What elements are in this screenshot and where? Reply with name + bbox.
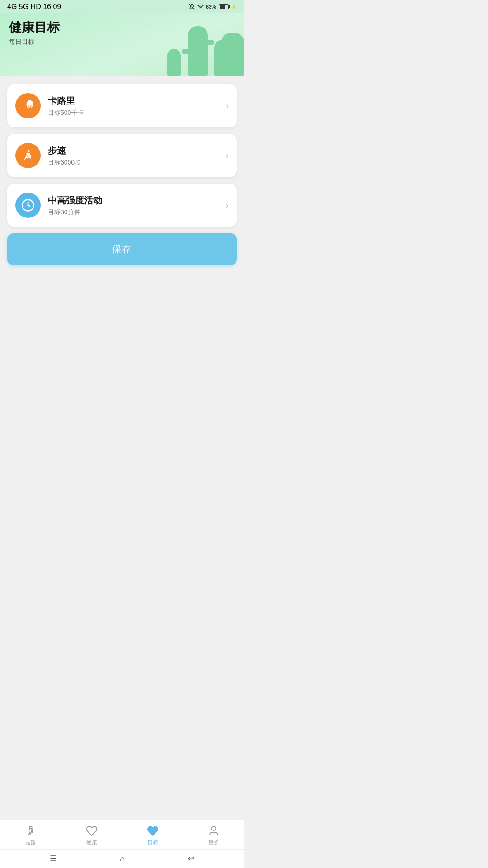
calories-text: 卡路里 目标500千卡 (48, 95, 219, 117)
activity-name: 中高强度活动 (48, 194, 219, 207)
flame-icon (22, 99, 34, 112)
steps-chevron: › (226, 151, 229, 160)
calories-chevron: › (226, 101, 229, 111)
deco-cactus-3 (167, 49, 181, 76)
save-button[interactable]: 保存 (7, 233, 237, 265)
svg-line-0 (189, 4, 195, 10)
steps-name: 步速 (48, 145, 219, 157)
decoration (145, 22, 244, 76)
deco-cactus-2 (188, 26, 208, 76)
steps-text: 步速 目标6000步 (48, 145, 219, 167)
steps-icon-bg (15, 143, 41, 168)
calories-target: 目标500千卡 (48, 109, 219, 117)
calories-name: 卡路里 (48, 95, 219, 107)
activity-card[interactable]: 中高强度活动 目标30分钟 › (7, 184, 237, 227)
steps-target: 目标6000步 (48, 159, 219, 167)
status-bar: 4G 5G HD 16:09 63% ⚡ (0, 0, 244, 13)
activity-icon-bg (15, 193, 41, 218)
calories-icon-bg (15, 93, 41, 118)
header-section: 健康目标 每日目标 (0, 13, 244, 76)
activity-target: 目标30分钟 (48, 208, 219, 217)
wifi-icon (197, 4, 204, 10)
calories-card[interactable]: 卡路里 目标500千卡 › (7, 84, 237, 127)
bell-mute-icon (189, 4, 195, 10)
run-icon (21, 149, 35, 162)
activity-chevron: › (226, 201, 229, 210)
battery-icon (219, 4, 229, 9)
main-content: 卡路里 目标500千卡 › 步速 目标6000步 › (0, 76, 244, 415)
status-right: 63% ⚡ (189, 4, 237, 10)
deco-cactus-4 (221, 33, 244, 76)
steps-card[interactable]: 步速 目标6000步 › (7, 134, 237, 177)
empty-space (7, 272, 237, 407)
activity-text: 中高强度活动 目标30分钟 (48, 194, 219, 217)
bolt-icon: ⚡ (230, 4, 237, 10)
clock-icon (21, 198, 35, 212)
svg-point-2 (28, 150, 30, 152)
status-left: 4G 5G HD 16:09 (7, 3, 61, 11)
battery-percent: 63% (206, 4, 216, 9)
